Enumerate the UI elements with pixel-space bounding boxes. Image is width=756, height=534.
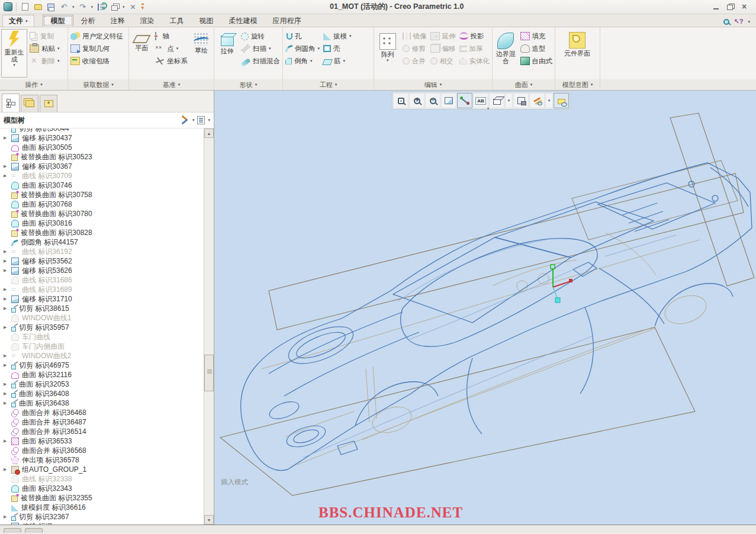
sweep-button[interactable]: 扫描▾ — [240, 43, 281, 54]
close-window-button[interactable]: ✕ — [128, 2, 138, 12]
datum-tag-display-button[interactable]: AB▾ — [473, 93, 488, 108]
group-label-model-intent[interactable]: 模型意图▾ — [555, 79, 600, 90]
expand-arrow[interactable]: ▶ — [4, 363, 11, 368]
trim-button[interactable]: 修剪 — [401, 43, 428, 54]
extrude-button[interactable]: 拉伸 — [215, 29, 239, 78]
tree-item[interactable]: ▶ 曲线 标识30709 — [0, 171, 204, 181]
search-icon[interactable] — [723, 19, 729, 25]
axis-button[interactable]: 轴 — [154, 30, 189, 42]
draft-button[interactable]: 拔模▾ — [322, 30, 353, 42]
freestyle-button[interactable]: 自由式 — [519, 55, 554, 67]
csys-button[interactable]: 坐标系 — [154, 55, 189, 67]
undo-dropdown[interactable]: ▾ — [72, 5, 75, 9]
minimize-button[interactable] — [712, 4, 720, 11]
expand-arrow[interactable]: ▶ — [4, 514, 11, 519]
tree-item[interactable]: ▶ 伸出项 标识36578 — [0, 455, 204, 465]
round-button[interactable]: 倒圆角▾ — [284, 43, 321, 54]
refit-button[interactable] — [393, 93, 408, 108]
offset-button[interactable]: 偏移 — [429, 43, 457, 54]
intersect-button[interactable]: 相交 — [429, 55, 457, 67]
window-switch-button[interactable] — [110, 2, 119, 12]
expand-arrow[interactable]: ▶ — [4, 401, 11, 406]
tab-analysis[interactable]: 分析 — [73, 15, 103, 27]
saved-orientations-dropdown[interactable]: ▾ — [505, 93, 513, 108]
expand-arrow[interactable]: ▶ — [4, 306, 11, 311]
saved-orientations-button[interactable] — [489, 93, 504, 108]
style-button[interactable]: 造型 — [519, 43, 554, 54]
group-label-datum[interactable]: 基准▾ — [129, 79, 214, 90]
group-label-editing[interactable]: 编辑▾ — [374, 79, 493, 90]
tree-item[interactable]: ▶ 倒圆角 标识44157 — [0, 237, 204, 247]
tree-item[interactable]: ▶ 曲面 标识30746 — [0, 181, 204, 190]
chamfer-button[interactable]: 倒角▾ — [284, 55, 321, 67]
tree-item[interactable]: ▶ 曲线 标识32338 — [0, 474, 204, 484]
expand-arrow[interactable]: ▶ — [4, 297, 11, 301]
expand-arrow[interactable]: ▶ — [4, 382, 11, 387]
help-dropdown[interactable]: ▾ — [748, 20, 750, 24]
tree-settings-icon[interactable] — [197, 116, 205, 124]
group-label-engineering[interactable]: 工程▾ — [283, 79, 374, 90]
tree-item[interactable]: ▶ 曲面 标识32343 — [0, 484, 204, 493]
expand-arrow[interactable]: ▶ — [4, 439, 11, 443]
datum-display-filters-button[interactable] — [529, 93, 545, 108]
tree-item[interactable]: ▶ 曲面合并 标识36568 — [0, 446, 204, 455]
swept-blend-button[interactable]: 扫描混合 — [240, 55, 281, 67]
status-stub-button[interactable] — [25, 528, 43, 533]
redo-dropdown[interactable]: ▾ — [91, 5, 94, 9]
shrinkwrap-button[interactable]: 收缩包络 — [69, 55, 124, 67]
scroll-down-button[interactable]: ▼ — [204, 515, 214, 525]
zoom-out-button[interactable]: – — [425, 93, 440, 108]
context-help-icon[interactable]: ↖? — [734, 18, 744, 25]
tree-item[interactable]: ▶ 曲线 标识31689 — [0, 285, 204, 294]
shell-button[interactable]: 壳 — [322, 43, 353, 54]
pattern-button[interactable]: 阵列 ▾ — [375, 29, 400, 78]
tab-view[interactable]: 视图 — [192, 15, 221, 27]
tab-applications[interactable]: 应用程序 — [265, 15, 309, 27]
tree-scrollbar[interactable]: ▲ ▼ — [204, 128, 214, 525]
tree-item[interactable]: ▶ 偏移 标识53562 — [0, 256, 204, 266]
save-button[interactable] — [46, 2, 56, 12]
group-label-shapes[interactable]: 形状▾ — [214, 79, 283, 90]
tab-annotate[interactable]: 注释 — [103, 15, 133, 27]
expand-arrow[interactable]: ▶ — [4, 249, 11, 254]
tree-item[interactable]: ▶ 曲面 标识30768 — [0, 200, 204, 209]
tree-item[interactable]: ▶ 曲面合并 标识36468 — [0, 408, 204, 417]
tree-item[interactable]: ▶ 切剪 标识38615 — [0, 304, 204, 313]
tab-render[interactable]: 渲染 — [133, 15, 162, 27]
sketch-button[interactable]: 草绘 — [190, 29, 213, 78]
tab-favorites[interactable] — [40, 95, 57, 112]
solidify-button[interactable]: 实体化 — [458, 55, 491, 67]
tree-item[interactable]: ▶ 被替换曲面 标识30523 — [0, 152, 204, 162]
scroll-up-button[interactable]: ▲ — [204, 128, 214, 138]
expand-arrow[interactable]: ▶ — [4, 173, 11, 178]
close-button[interactable] — [741, 4, 749, 11]
tree-item[interactable]: ▶ 曲面合并 标识36487 — [0, 417, 204, 427]
thicken-button[interactable]: 加厚 — [458, 43, 491, 54]
tree-item[interactable]: ▶ 曲面 标识36438 — [0, 398, 204, 408]
new-file-button[interactable] — [20, 2, 30, 12]
copy-geometry-button[interactable]: 复制几何 — [69, 43, 124, 54]
toolbar-dropdown[interactable]: ▾ — [123, 5, 125, 9]
annotation-display-button[interactable] — [554, 93, 569, 108]
status-stub-button[interactable] — [4, 528, 21, 533]
redo-button[interactable]: ↷ — [78, 2, 88, 12]
tab-folder-browser[interactable] — [21, 95, 38, 112]
tree-item[interactable]: ▶ 曲线 标识36192 — [0, 247, 204, 256]
mirror-button[interactable]: 镜像 — [401, 30, 428, 42]
tree-item[interactable]: ▶ 曲面 标识36533 — [0, 436, 204, 446]
tree-item[interactable]: ▶ 被替换曲面 标识30780 — [0, 209, 204, 218]
tree-item[interactable]: ▶ 切剪 标识32367 — [0, 512, 204, 522]
graphics-viewport[interactable]: + – AB▾ ▾ ▾ — [214, 91, 756, 525]
tree-item[interactable]: ▶ 偏移 标识31710 — [0, 294, 204, 304]
tab-model[interactable]: 模型 — [43, 15, 73, 27]
extend-button[interactable]: 延伸 — [429, 30, 457, 42]
group-label-get-data[interactable]: 获取数据▾ — [68, 79, 129, 90]
expand-arrow[interactable]: ▶ — [4, 391, 11, 396]
view-manager-button[interactable] — [513, 93, 529, 108]
repaint-button[interactable] — [441, 93, 456, 108]
zoom-in-button[interactable]: + — [409, 93, 424, 108]
tree-item[interactable]: ▶ 曲面 标识32053 — [0, 379, 204, 389]
customize-toolbar-button[interactable]: ▾ — [141, 4, 144, 10]
file-menu-button[interactable]: 文件▾ — [2, 15, 34, 27]
tree-settings-dropdown[interactable]: ▾ — [208, 118, 210, 123]
